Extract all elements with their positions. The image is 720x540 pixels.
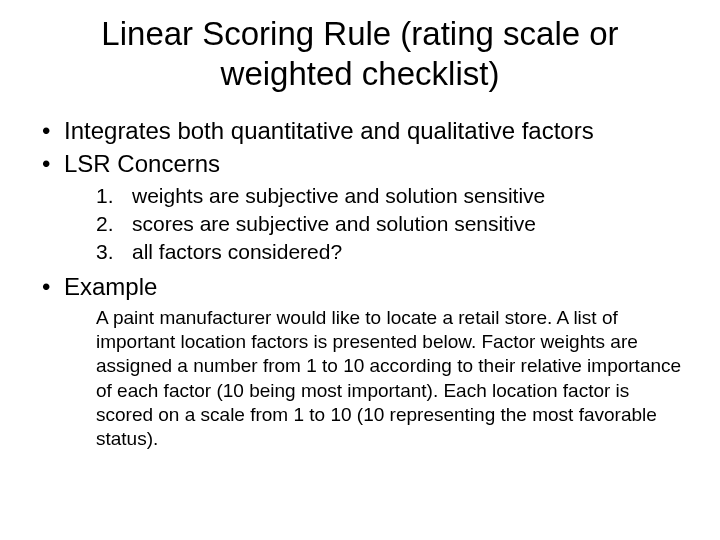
list-item: Example A paint manufacturer would like … [38,271,682,452]
list-item: weights are subjective and solution sens… [96,182,682,210]
slide-title: Linear Scoring Rule (rating scale or wei… [38,14,682,93]
list-item-label: Example [64,273,157,300]
list-item: all factors considered? [96,238,682,266]
list-item-label: LSR Concerns [64,150,220,177]
example-paragraph: A paint manufacturer would like to locat… [64,306,682,452]
list-item: Integrates both quantitative and qualita… [38,115,682,146]
bullet-list: Integrates both quantitative and qualita… [38,115,682,451]
list-item: scores are subjective and solution sensi… [96,210,682,238]
list-item: LSR Concerns weights are subjective and … [38,148,682,266]
numbered-sublist: weights are subjective and solution sens… [64,182,682,267]
